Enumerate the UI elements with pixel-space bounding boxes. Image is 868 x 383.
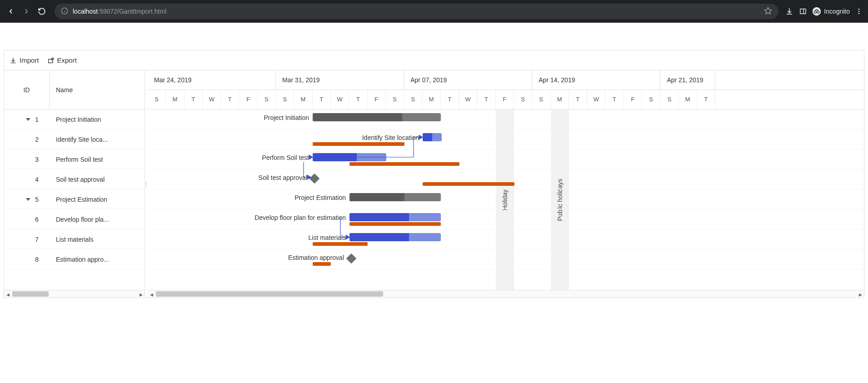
day-header-cell: T	[221, 90, 239, 109]
scroll-thumb[interactable]	[156, 291, 383, 297]
export-button[interactable]: Export	[47, 56, 77, 64]
day-header-cell: T	[697, 90, 715, 109]
summary-bar[interactable]	[313, 113, 441, 121]
day-header-cell: T	[349, 90, 367, 109]
progress-bar	[349, 213, 409, 221]
panel-icon[interactable]	[798, 7, 808, 16]
day-header-cell: S	[642, 90, 660, 109]
table-row[interactable]: 8Estimation appro...	[4, 249, 145, 269]
day-header-cell: W	[331, 90, 349, 109]
day-header-cell: S	[386, 90, 404, 109]
day-header-cell: S	[660, 90, 678, 109]
scroll-left-arrow[interactable]: ◂	[4, 290, 11, 298]
site-info-icon[interactable]	[61, 7, 68, 16]
task-label: List materials	[309, 234, 346, 241]
back-button[interactable]	[5, 5, 17, 18]
cell-name: Develop floor pla...	[50, 216, 145, 223]
svg-rect-15	[48, 59, 52, 63]
day-header-cell: F	[239, 90, 257, 109]
baseline-bar	[313, 242, 368, 246]
table-row[interactable]: 7List materials	[4, 229, 145, 249]
baseline-bar	[313, 142, 404, 146]
svg-point-11	[858, 9, 860, 10]
table-row[interactable]: 4Soil test approval	[4, 169, 145, 189]
reload-button[interactable]	[35, 5, 48, 18]
day-header-cell: S	[532, 90, 550, 109]
cell-name: Perform Soil test	[50, 156, 145, 163]
day-header-cell: S	[276, 90, 294, 109]
cell-id: 4	[4, 176, 50, 183]
scroll-left-arrow[interactable]: ◂	[148, 290, 155, 298]
task-id: 7	[35, 236, 39, 243]
task-id: 3	[35, 156, 39, 163]
menu-icon[interactable]	[854, 7, 863, 16]
table-row[interactable]: 1Project Initiation	[4, 109, 145, 129]
column-header-id[interactable]: ID	[4, 70, 50, 109]
svg-point-13	[858, 13, 860, 14]
baseline-bar	[349, 222, 441, 226]
task-bar[interactable]	[423, 133, 442, 141]
task-label: Develop floor plan for estimation	[254, 214, 346, 221]
scroll-right-arrow[interactable]: ▸	[137, 290, 145, 298]
day-header-cell: M	[422, 90, 440, 109]
forward-button[interactable]	[20, 5, 33, 18]
chart-row: Project Initiation	[148, 109, 864, 129]
timeline-panel: Mar 24, 2019Mar 31, 2019Apr 07, 2019Apr …	[148, 70, 864, 298]
milestone-marker[interactable]	[346, 254, 357, 264]
treegrid-panel: ID Name 1Project Initiation2Identify Sit…	[4, 70, 145, 298]
day-header-cell: S	[404, 90, 422, 109]
task-label: Estimation approval	[288, 254, 344, 261]
day-header-cell: T	[605, 90, 624, 109]
import-button[interactable]: Import	[10, 56, 39, 64]
milestone-marker[interactable]	[309, 174, 320, 184]
day-header-cell: M	[294, 90, 312, 109]
task-bar[interactable]	[313, 153, 386, 161]
day-header-cell: T	[569, 90, 587, 109]
day-header-cell: M	[679, 90, 697, 109]
week-header-cell: Mar 31, 2019	[276, 70, 404, 90]
url-text: localhost:59072/GanttImport.html	[73, 8, 166, 15]
svg-marker-3	[765, 7, 772, 14]
chart-horizontal-scrollbar[interactable]: ◂ ▸	[148, 290, 864, 298]
chart-row: Develop floor plan for estimation	[148, 209, 864, 229]
table-row[interactable]: 6Develop floor pla...	[4, 209, 145, 229]
gantt-toolbar: Import Export	[4, 50, 864, 70]
cell-id: 7	[4, 236, 50, 243]
day-header-cell: F	[368, 90, 386, 109]
column-header-name[interactable]: Name	[50, 70, 145, 109]
collapse-icon[interactable]	[26, 118, 30, 121]
task-bar[interactable]	[349, 233, 441, 241]
collapse-icon[interactable]	[26, 198, 30, 201]
svg-rect-5	[800, 9, 806, 14]
address-bar[interactable]: localhost:59072/GanttImport.html	[55, 4, 778, 19]
day-header-cell: T	[313, 90, 331, 109]
incognito-badge[interactable]: Incognito	[812, 7, 850, 16]
task-bar[interactable]	[349, 213, 441, 221]
cell-id: 8	[4, 256, 50, 263]
chart-row: Soil test approval	[148, 169, 864, 189]
table-row[interactable]: 2Identify Site loca...	[4, 129, 145, 149]
task-id: 6	[35, 216, 39, 223]
downloads-icon[interactable]	[785, 7, 794, 16]
chart-row: Project Estimation	[148, 189, 864, 209]
browser-chrome: localhost:59072/GanttImport.html Incogni…	[0, 0, 868, 23]
progress-bar	[349, 233, 409, 241]
grid-header: ID Name	[4, 70, 145, 109]
cell-id: 2	[4, 136, 50, 143]
table-row[interactable]: 5Project Estimation	[4, 189, 145, 209]
cell-name: Project Initiation	[50, 116, 145, 123]
task-id: 8	[35, 256, 39, 263]
chart-area[interactable]: HolidayPublic holidaysProject Initiation…	[148, 109, 864, 290]
cell-id: 6	[4, 216, 50, 223]
chart-row: Identify Site location	[148, 129, 864, 149]
bookmark-icon[interactable]	[764, 7, 772, 16]
scroll-thumb[interactable]	[12, 291, 49, 297]
summary-bar[interactable]	[349, 193, 441, 201]
progress-bar	[349, 193, 404, 201]
table-row[interactable]: 3Perform Soil test	[4, 149, 145, 169]
scroll-right-arrow[interactable]: ▸	[857, 290, 864, 298]
export-label: Export	[57, 56, 77, 64]
grid-horizontal-scrollbar[interactable]: ◂ ▸	[4, 290, 145, 298]
cell-name: Soil test approval	[50, 176, 145, 183]
cell-name: Identify Site loca...	[50, 136, 145, 143]
